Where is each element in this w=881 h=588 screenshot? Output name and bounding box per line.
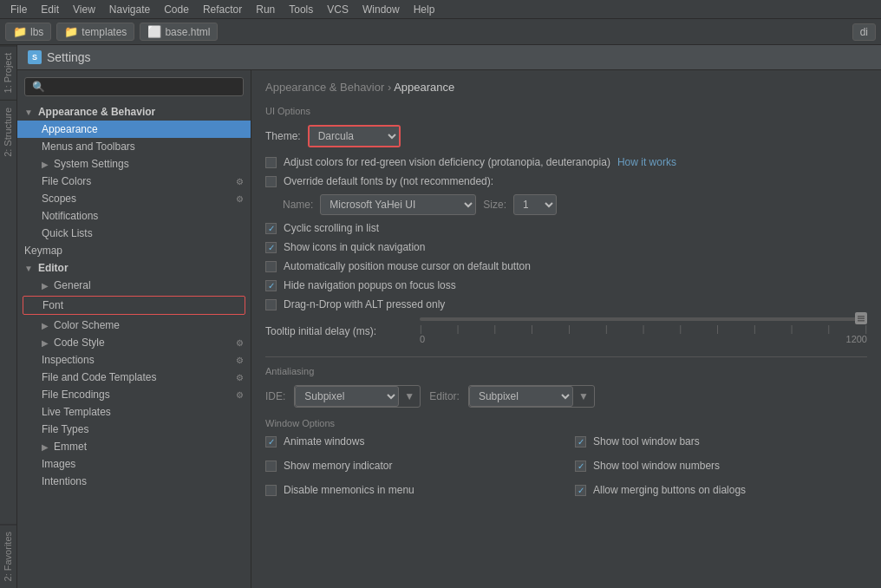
sidebar-item-emmet[interactable]: ▶ Emmet (17, 438, 251, 455)
favorites-tab[interactable]: 2: Favorites (0, 524, 16, 588)
sidebar-label-code-style: Code Style (54, 336, 105, 349)
slider-thumb-icon (857, 314, 865, 323)
sidebar-item-file-types[interactable]: File Types (17, 421, 251, 438)
theme-select[interactable]: Darcula IntelliJ High contrast (310, 127, 399, 146)
basehtml-label: base.html (165, 26, 210, 38)
font-size-select[interactable]: 12 10 11 13 14 (513, 194, 557, 215)
menu-file[interactable]: File (3, 2, 34, 17)
menu-vcs[interactable]: VCS (320, 2, 356, 17)
basehtml-button[interactable]: ⬜ base.html (140, 23, 218, 41)
show-tool-bars-checkbox[interactable] (575, 436, 586, 448)
content-panel: Appearance & Behavior › Appearance UI Op… (251, 70, 881, 588)
sidebar-item-images[interactable]: Images (17, 455, 251, 473)
editor-antialiasing-select[interactable]: Subpixel Greyscale No antialiasing (469, 386, 573, 407)
hide-navigation-row: Hide navigation popups on focus loss (265, 279, 867, 291)
adjust-colors-checkbox[interactable] (265, 157, 277, 168)
slider-max: 1200 (846, 334, 867, 344)
di-button[interactable]: di (852, 23, 876, 41)
menu-window[interactable]: Window (356, 2, 407, 17)
tree-panel: ▼ Appearance & Behavior Appearance Menus… (17, 70, 251, 588)
show-tool-bars-row: Show tool window bars (575, 435, 867, 448)
size-label: Size: (483, 199, 506, 211)
menu-code[interactable]: Code (157, 2, 196, 17)
sidebar-item-scopes[interactable]: Scopes ⚙ (17, 190, 251, 207)
auto-position-checkbox[interactable] (265, 261, 277, 272)
search-input[interactable] (24, 77, 244, 96)
tooltip-slider-section: Tooltip initial delay (ms): | (265, 317, 867, 344)
sidebar-item-quick-lists[interactable]: Quick Lists (17, 225, 251, 242)
breadcrumb-current: Appearance (394, 81, 454, 94)
sidebar-item-code-style[interactable]: ▶ Code Style ⚙ (17, 334, 251, 351)
breadcrumb: Appearance & Behavior › Appearance (265, 81, 867, 94)
allow-merging-checkbox[interactable] (575, 485, 586, 496)
editor-select-arrow: ▼ (573, 390, 594, 402)
ide-antialiasing-select[interactable]: Subpixel Greyscale No antialiasing (295, 386, 399, 407)
cyclic-scrolling-checkbox[interactable] (265, 223, 277, 234)
sidebar-label-live-templates: Live Templates (42, 406, 111, 418)
sidebar-item-notifications[interactable]: Notifications (17, 207, 251, 225)
drag-drop-checkbox[interactable] (265, 299, 277, 310)
sidebar-item-intentions[interactable]: Intentions (17, 473, 251, 490)
menu-bar: File Edit View Navigate Code Refactor Ru… (0, 0, 881, 19)
tooltip-delay-label: Tooltip initial delay (ms): (265, 325, 413, 337)
override-fonts-label: Override default fonts by (not recommend… (284, 175, 493, 187)
sidebar-item-file-colors[interactable]: File Colors ⚙ (17, 173, 251, 190)
name-label: Name: (283, 199, 313, 211)
sidebar-item-color-scheme[interactable]: ▶ Color Scheme (17, 317, 251, 334)
disable-mnemonics-label: Disable mnemonics in menu (284, 484, 414, 496)
main-container: 1: Project 2: Structure 2: Favorites S S… (0, 45, 881, 588)
file-encodings-badge: ⚙ (236, 390, 244, 400)
allow-merging-row: Allow merging buttons on dialogs (575, 484, 867, 496)
menu-view[interactable]: View (66, 2, 102, 17)
toolbar: 📁 lbs 📁 templates ⬜ base.html di (0, 19, 881, 45)
show-tool-numbers-checkbox[interactable] (575, 461, 586, 472)
sidebar-label-system: System Settings (54, 158, 129, 170)
editor-select-wrapper: Subpixel Greyscale No antialiasing ▼ (468, 385, 595, 408)
sidebar-item-editor[interactable]: ▼ Editor (17, 259, 251, 277)
sidebar-item-inspections[interactable]: Inspections ⚙ (17, 351, 251, 369)
sidebar-label-emmet: Emmet (54, 441, 87, 453)
sidebar-item-live-templates[interactable]: Live Templates (17, 403, 251, 421)
ide-select-wrapper: Subpixel Greyscale No antialiasing ▼ (294, 385, 421, 408)
window-options-grid: Animate windows Show tool window bars Sh… (265, 435, 867, 503)
structure-tab[interactable]: 2: Structure (0, 100, 16, 164)
sidebar-item-keymap[interactable]: Keymap (17, 242, 251, 259)
menu-tools[interactable]: Tools (282, 2, 320, 17)
hide-navigation-checkbox[interactable] (265, 280, 277, 291)
sidebar-label-inspections: Inspections (42, 354, 95, 366)
sidebar-item-file-code-templates[interactable]: File and Code Templates ⚙ (17, 369, 251, 386)
font-name-select[interactable]: Microsoft YaHei UI (320, 194, 476, 215)
sidebar-item-file-encodings[interactable]: File Encodings ⚙ (17, 386, 251, 403)
templates-button[interactable]: 📁 templates (56, 23, 134, 41)
show-memory-checkbox[interactable] (265, 461, 277, 472)
lbs-button[interactable]: 📁 lbs (5, 23, 51, 41)
menu-run[interactable]: Run (249, 2, 282, 17)
menu-edit[interactable]: Edit (34, 2, 66, 17)
ide-label: IDE: (265, 390, 285, 402)
animate-windows-row: Animate windows (265, 435, 558, 448)
disable-mnemonics-checkbox[interactable] (265, 485, 277, 496)
sidebar-item-appearance-behavior[interactable]: ▼ Appearance & Behavior (17, 103, 251, 121)
settings-icon: S (28, 50, 42, 64)
animate-windows-checkbox[interactable] (265, 436, 277, 448)
sidebar-item-font[interactable]: Font (23, 296, 245, 315)
sidebar-item-menus-toolbars[interactable]: Menus and Toolbars (17, 138, 251, 155)
project-tab[interactable]: 1: Project (0, 45, 16, 100)
menu-navigate[interactable]: Navigate (102, 2, 157, 17)
folder-icon-2: 📁 (64, 25, 78, 38)
sidebar-label-notifications: Notifications (42, 210, 98, 222)
tooltip-slider-row: Tooltip initial delay (ms): | (265, 317, 867, 344)
menu-help[interactable]: Help (407, 2, 442, 17)
how-it-works-link[interactable]: How it works (617, 156, 676, 168)
override-fonts-checkbox[interactable] (265, 176, 277, 187)
sidebar-item-system-settings[interactable]: ▶ System Settings (17, 155, 251, 173)
drag-drop-row: Drag-n-Drop with ALT pressed only (265, 298, 867, 310)
show-icons-checkbox[interactable] (265, 242, 277, 253)
slider-labels: 0 1200 (420, 334, 867, 344)
sidebar-item-general[interactable]: ▶ General (17, 277, 251, 294)
sidebar-item-appearance[interactable]: Appearance (17, 121, 251, 138)
slider-thumb[interactable] (855, 312, 867, 324)
adjust-colors-row: Adjust colors for red-green vision defic… (265, 156, 867, 168)
sidebar-label-quick-lists: Quick Lists (42, 227, 93, 239)
menu-refactor[interactable]: Refactor (196, 2, 249, 17)
